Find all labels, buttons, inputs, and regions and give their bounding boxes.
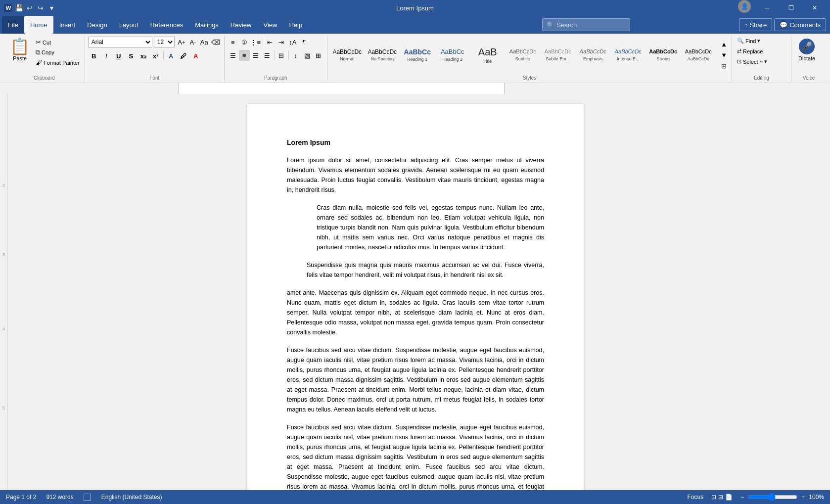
increase-indent-button[interactable]: ⇥ <box>276 37 287 47</box>
word-count: 912 words <box>46 494 73 501</box>
style-emphasis[interactable]: AaBbCcDc Emphasis <box>576 39 610 71</box>
bullets-button[interactable]: ≡ <box>228 37 238 47</box>
document-scroll-area[interactable]: Lorem Ipsum Lorem ipsum dolor sit amet, … <box>8 94 823 490</box>
style-subtle-em-preview: AaBbCcDc <box>545 48 571 55</box>
justify-button[interactable]: ☰ <box>262 50 273 61</box>
style-heading2[interactable]: AaBbCc Heading 2 <box>436 39 469 71</box>
save-icon[interactable]: 💾 <box>15 4 23 12</box>
web-layout-icon[interactable]: ⊟ <box>718 494 723 501</box>
borders-button[interactable]: ⊞ <box>313 50 324 61</box>
replace-button[interactable]: ⇄ Replace <box>735 47 765 55</box>
search-input[interactable] <box>556 21 626 29</box>
menu-item-review[interactable]: Review <box>225 16 258 34</box>
style-title[interactable]: AaB Title <box>471 39 505 71</box>
style-no-spacing-label: No Spacing <box>370 56 394 61</box>
ribbon-group-styles: AaBbCcDc Normal AaBbCcDc No Spacing AaBb… <box>327 36 732 82</box>
decrease-font-size-button[interactable]: A- <box>187 37 198 47</box>
cut-button[interactable]: ✂ Cut <box>34 38 82 47</box>
select-button[interactable]: ⊡ Select ~ ▾ <box>735 57 769 66</box>
zoom-plus-button[interactable]: + <box>801 494 805 501</box>
change-case-button[interactable]: Aa <box>199 37 210 47</box>
redo-icon[interactable]: ↪ <box>37 4 45 12</box>
comments-button[interactable]: 💬 Comments <box>774 18 826 31</box>
align-right-button[interactable]: ☰ <box>250 50 261 61</box>
style-normal[interactable]: AaBbCcDc Normal <box>330 39 364 71</box>
editing-label: Editing <box>735 73 788 81</box>
format-painter-button[interactable]: 🖌 Format Painter <box>34 58 82 67</box>
paste-icon: 📋 <box>10 39 30 54</box>
italic-button[interactable]: I <box>100 50 112 62</box>
style-subtitle[interactable]: AaBbCcDc Subtitle <box>506 39 540 71</box>
style-strong[interactable]: AaBbCcDc Strong <box>646 39 680 71</box>
main-area: 2 3 4 5 Lorem Ipsum Lorem ipsum dolor si… <box>0 94 830 490</box>
style-extra[interactable]: AaBbCcDc AaBbCcDc <box>682 39 715 71</box>
menu-item-layout[interactable]: Layout <box>113 16 144 34</box>
menu-item-home[interactable]: Home <box>24 16 53 34</box>
paste-button[interactable]: 📋 Paste <box>7 37 33 63</box>
print-layout-icon[interactable]: ⊡ <box>711 494 716 501</box>
copy-button[interactable]: ⧉ Copy <box>34 47 82 57</box>
zoom-slider[interactable] <box>748 493 797 501</box>
numbering-button[interactable]: ① <box>239 37 250 47</box>
menu-item-file[interactable]: File <box>2 16 24 34</box>
right-scrollbar[interactable] <box>823 94 830 490</box>
text-highlight-button[interactable]: 🖊 <box>178 50 189 62</box>
focus-button[interactable]: Focus <box>688 494 704 501</box>
doc-para-1: Lorem ipsum dolor sit amet, consectetur … <box>287 155 544 195</box>
show-formatting-button[interactable]: ¶ <box>299 37 310 47</box>
dictate-button[interactable]: 🎤 Dictate <box>794 37 819 63</box>
bold-button[interactable]: B <box>88 50 100 62</box>
styles-label: Styles <box>330 73 729 81</box>
close-button[interactable]: ✕ <box>803 0 826 16</box>
minimize-button[interactable]: ─ <box>756 0 779 16</box>
decrease-indent-button[interactable]: ⇤ <box>265 37 276 47</box>
multilevel-list-button[interactable]: ⋮≡ <box>250 37 261 47</box>
share-button[interactable]: ↑ Share <box>739 18 772 31</box>
increase-font-size-button[interactable]: A+ <box>176 37 187 47</box>
align-left-button[interactable]: ☰ <box>228 50 238 61</box>
styles-scroll-down-button[interactable]: ▼ <box>719 49 730 60</box>
menu-item-design[interactable]: Design <box>81 16 113 34</box>
styles-more-button[interactable]: ⊞ <box>719 60 730 71</box>
menu-item-insert[interactable]: Insert <box>53 16 82 34</box>
strikethrough-button[interactable]: S <box>125 50 137 62</box>
menu-item-view[interactable]: View <box>257 16 283 34</box>
shading-button[interactable]: ▧ <box>302 50 313 61</box>
restore-button[interactable]: ❐ <box>780 0 802 16</box>
style-intense-e[interactable]: AaBbCcDc Intense E... <box>611 39 645 71</box>
font-name-select[interactable]: Arial <box>88 37 152 47</box>
style-no-spacing[interactable]: AaBbCcDc No Spacing <box>366 39 399 71</box>
find-button[interactable]: 🔍 Find ▾ <box>735 37 762 45</box>
user-avatar[interactable]: 👤 <box>738 0 751 13</box>
menu-item-references[interactable]: References <box>144 16 189 34</box>
font-label: Font <box>88 73 221 81</box>
menu-item-mailings[interactable]: Mailings <box>189 16 225 34</box>
styles-scroll-up-button[interactable]: ▲ <box>719 39 730 49</box>
more-icon[interactable]: ▾ <box>47 4 55 12</box>
subscript-button[interactable]: x₂ <box>138 50 149 62</box>
underline-button[interactable]: U <box>113 50 125 62</box>
sidebar-marker-4: 4 <box>2 326 5 331</box>
svg-rect-2 <box>84 494 91 501</box>
menu-item-help[interactable]: Help <box>283 16 308 34</box>
line-spacing-button[interactable]: ↕ <box>290 50 301 61</box>
format-painter-icon: 🖌 <box>36 59 42 66</box>
style-heading1[interactable]: AaBbCc Heading 1 <box>401 39 434 71</box>
font-size-select[interactable]: 12 <box>154 37 175 47</box>
style-strong-label: Strong <box>656 56 670 61</box>
font-color-button[interactable]: A <box>190 50 202 62</box>
sort-button[interactable]: ↕A <box>287 37 298 47</box>
zoom-minus-button[interactable]: − <box>740 494 744 501</box>
read-mode-icon[interactable]: 📄 <box>725 494 733 501</box>
align-center-button[interactable]: ≡ <box>239 50 250 61</box>
superscript-button[interactable]: x² <box>150 50 162 62</box>
undo-icon[interactable]: ↩ <box>26 4 34 12</box>
share-icon: ↑ <box>744 21 748 29</box>
column-button[interactable]: ⊟ <box>276 50 287 61</box>
search-bar: 🔍 <box>308 16 739 34</box>
ribbon-group-voice: 🎤 Dictate Voice <box>791 36 826 82</box>
window-controls: 👤 ─ ❐ ✕ <box>738 0 826 16</box>
style-subtle-em[interactable]: AaBbCcDc Subtle Em... <box>541 39 575 71</box>
text-effects-button[interactable]: A <box>165 50 177 62</box>
clear-formatting-button[interactable]: ⌫ <box>210 37 221 47</box>
